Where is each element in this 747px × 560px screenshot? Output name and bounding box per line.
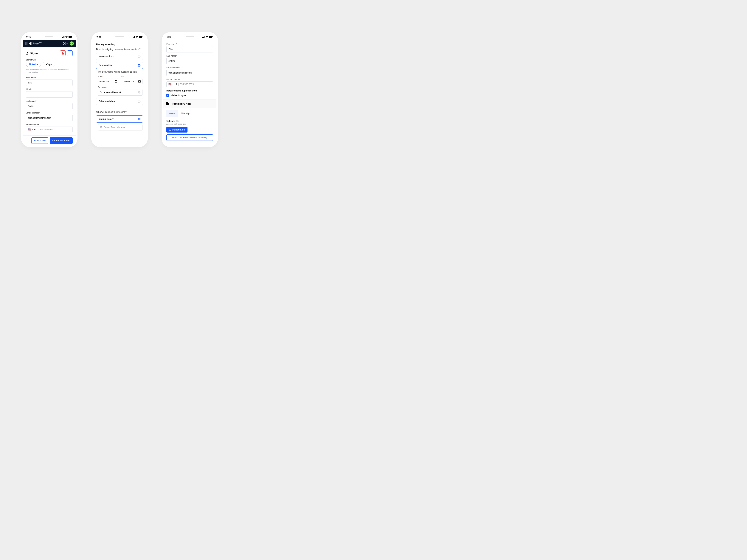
create-enote-manually-button[interactable]: I need to create an eNote manually.: [166, 134, 213, 141]
phone-1-signer: 9:41 Proof™ ? CM Sig: [23, 34, 76, 145]
delete-signer-button[interactable]: [60, 50, 66, 56]
upload-icon: [169, 129, 171, 131]
timezone-label: Timezone: [98, 86, 143, 88]
to-date-input[interactable]: 04/26/2023: [121, 79, 143, 84]
phone-speaker: [186, 36, 194, 37]
calendar-icon: [115, 80, 117, 82]
svg-point-29: [100, 91, 101, 93]
phone-2-notary-meeting: 9:41 Notary meeting Does this signing ha…: [93, 34, 146, 145]
radio-selected-icon: [138, 64, 140, 66]
first-name-label: First name*: [166, 43, 213, 45]
to-date-value: 04/26/2023: [123, 80, 134, 82]
first-name-input[interactable]: [26, 80, 73, 86]
svg-point-15: [27, 52, 28, 53]
phone-input[interactable]: 🇺🇸 ▾ +1 | 555 555 5555: [26, 127, 73, 132]
svg-point-4: [27, 42, 27, 43]
checkbox-checked-icon: [166, 94, 170, 97]
phone-speaker: [45, 36, 53, 37]
person-icon: [26, 52, 29, 54]
chevron-down-icon: [66, 43, 68, 44]
timezone-value: America/NewYork: [103, 91, 121, 94]
svg-rect-24: [117, 80, 117, 81]
svg-rect-27: [139, 80, 139, 81]
divider: [96, 108, 143, 108]
svg-rect-26: [138, 81, 140, 82]
option-internal-notary[interactable]: Internal notary: [96, 115, 143, 123]
svg-point-17: [70, 53, 70, 54]
svg-text:?: ?: [64, 43, 65, 45]
no-restrictions-label: No restrictions: [99, 55, 113, 58]
esign-option[interactable]: eSign: [43, 62, 55, 67]
notarize-option[interactable]: Notarize: [26, 62, 41, 67]
battery-icon: [139, 36, 143, 38]
svg-point-10: [27, 44, 27, 45]
save-exit-button[interactable]: Save & exit: [31, 137, 48, 144]
radio-icon: [138, 100, 140, 103]
signal-icon: [132, 36, 135, 38]
last-name-label: Last name*: [26, 100, 73, 102]
brand-logo: Proof™: [29, 42, 61, 45]
upload-file-label: Upload a file: [166, 120, 213, 123]
phone-prefix: +1: [175, 83, 177, 86]
visible-to-signer-row[interactable]: Visible to signer: [166, 94, 213, 97]
email-input[interactable]: [26, 115, 73, 121]
timezone-input[interactable]: America/NewYork ✕: [98, 89, 143, 96]
phone-label: Phone number: [26, 124, 73, 126]
scheduled-date-label: Scheduled date: [99, 100, 115, 103]
phone-speaker: [115, 36, 124, 37]
option-scheduled-date[interactable]: Scheduled date: [96, 98, 143, 105]
date-window-label: Date window: [99, 64, 112, 66]
phone-input[interactable]: 🇺🇸 ▾ +1 | 555 555 5555: [166, 81, 213, 87]
from-date-input[interactable]: 05/01/2023: [98, 79, 119, 84]
wifi-icon: [65, 36, 68, 38]
status-time: 9:41: [167, 35, 171, 38]
flag-us-icon: 🇺🇸: [28, 128, 31, 131]
tab-wet-sign[interactable]: Wet sign: [178, 110, 193, 117]
clear-icon[interactable]: ✕: [138, 91, 140, 94]
app-grid-icon[interactable]: [25, 42, 27, 45]
email-label: Email address*: [166, 66, 213, 69]
radio-selected-icon: [138, 117, 140, 121]
middle-name-label: Middle: [26, 88, 73, 90]
calendar-icon: [138, 80, 140, 82]
visible-to-signer-label: Visible to signer: [171, 94, 187, 97]
svg-rect-19: [139, 36, 142, 38]
last-name-input[interactable]: [166, 58, 213, 64]
flag-us-icon: 🇺🇸: [169, 83, 172, 86]
team-member-search[interactable]: Select Team Member: [98, 124, 143, 131]
svg-rect-28: [140, 80, 140, 81]
middle-name-input[interactable]: [26, 91, 73, 98]
svg-point-8: [25, 44, 26, 45]
svg-point-6: [26, 43, 27, 44]
phone-label: Phone number: [166, 78, 213, 80]
help-button[interactable]: ?: [63, 42, 68, 45]
svg-rect-33: [209, 36, 212, 38]
tab-enote[interactable]: eNote: [166, 110, 178, 117]
from-date-value: 05/01/2023: [100, 80, 110, 82]
email-input[interactable]: [166, 70, 213, 76]
first-name-input[interactable]: [166, 46, 213, 52]
footer-bar: Save & exit Send transaction: [23, 135, 76, 145]
wifi-icon: [135, 36, 138, 38]
notary-meeting-title: Notary meeting: [96, 43, 143, 46]
signer-heading: Signer: [30, 52, 39, 55]
svg-point-3: [26, 42, 27, 43]
send-transaction-button[interactable]: Send transaction: [50, 137, 73, 144]
svg-rect-22: [115, 81, 117, 82]
battery-icon: [209, 36, 213, 38]
email-label: Email address*: [26, 112, 73, 114]
svg-point-9: [26, 44, 27, 45]
last-name-input[interactable]: [26, 103, 73, 109]
option-no-restrictions[interactable]: No restrictions: [96, 53, 143, 60]
signal-icon: [202, 36, 205, 38]
to-label: To*: [121, 75, 143, 78]
option-date-window[interactable]: Date window: [96, 61, 143, 69]
svg-point-18: [70, 54, 70, 54]
upload-file-button[interactable]: Upload a file: [166, 127, 187, 133]
promissory-note-section: Promissory note: [163, 100, 216, 108]
user-avatar[interactable]: CM: [70, 42, 74, 46]
more-options-button[interactable]: [67, 50, 73, 56]
window-description: The documents will be available to sign:: [98, 70, 143, 74]
search-icon: [100, 91, 102, 94]
svg-point-31: [100, 126, 102, 128]
